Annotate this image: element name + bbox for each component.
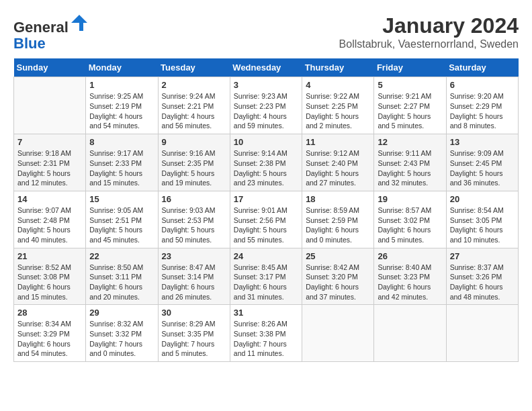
calendar-header-tuesday: Tuesday	[158, 58, 230, 77]
day-number: 25	[306, 251, 370, 261]
day-info: Sunrise: 8:52 AMSunset: 3:08 PMDaylight:…	[17, 263, 82, 302]
calendar-cell	[14, 77, 86, 134]
day-number: 28	[17, 308, 82, 318]
calendar-header-row: SundayMondayTuesdayWednesdayThursdayFrid…	[14, 58, 519, 77]
page-header: General Blue January 2024 Bollstabruk, V…	[13, 13, 519, 52]
calendar-cell: 21Sunrise: 8:52 AMSunset: 3:08 PMDayligh…	[14, 248, 86, 305]
day-number: 6	[450, 80, 515, 90]
calendar-cell: 13Sunrise: 9:09 AMSunset: 2:45 PMDayligh…	[446, 134, 518, 191]
day-info: Sunrise: 9:25 AMSunset: 2:19 PMDaylight:…	[89, 91, 154, 131]
calendar-cell: 26Sunrise: 8:40 AMSunset: 3:23 PMDayligh…	[374, 248, 446, 305]
calendar-cell: 10Sunrise: 9:14 AMSunset: 2:38 PMDayligh…	[230, 134, 302, 191]
day-info: Sunrise: 9:21 AMSunset: 2:27 PMDaylight:…	[378, 91, 442, 131]
calendar-cell: 14Sunrise: 9:07 AMSunset: 2:48 PMDayligh…	[14, 191, 86, 248]
calendar-cell: 28Sunrise: 8:34 AMSunset: 3:29 PMDayligh…	[14, 305, 86, 362]
day-info: Sunrise: 9:22 AMSunset: 2:25 PMDaylight:…	[306, 91, 370, 131]
calendar-cell: 18Sunrise: 8:59 AMSunset: 2:59 PMDayligh…	[302, 191, 374, 248]
calendar-cell: 7Sunrise: 9:18 AMSunset: 2:31 PMDaylight…	[14, 134, 86, 191]
day-number: 3	[234, 80, 298, 90]
day-number: 26	[378, 251, 442, 261]
calendar-cell: 17Sunrise: 9:01 AMSunset: 2:56 PMDayligh…	[230, 191, 302, 248]
day-info: Sunrise: 9:23 AMSunset: 2:23 PMDaylight:…	[234, 91, 298, 131]
day-number: 15	[89, 194, 154, 204]
calendar-cell: 20Sunrise: 8:54 AMSunset: 3:05 PMDayligh…	[446, 191, 518, 248]
day-info: Sunrise: 9:17 AMSunset: 2:33 PMDaylight:…	[89, 148, 154, 188]
calendar-table: SundayMondayTuesdayWednesdayThursdayFrid…	[13, 58, 519, 362]
day-info: Sunrise: 9:01 AMSunset: 2:56 PMDaylight:…	[234, 205, 298, 245]
day-info: Sunrise: 9:16 AMSunset: 2:35 PMDaylight:…	[162, 148, 226, 188]
day-number: 13	[450, 137, 515, 147]
calendar-cell: 4Sunrise: 9:22 AMSunset: 2:25 PMDaylight…	[302, 77, 374, 134]
title-section: January 2024 Bollstabruk, Vaesternorrlan…	[339, 13, 519, 50]
calendar-cell: 29Sunrise: 8:32 AMSunset: 3:32 PMDayligh…	[86, 305, 158, 362]
day-info: Sunrise: 9:24 AMSunset: 2:21 PMDaylight:…	[162, 91, 226, 131]
day-info: Sunrise: 9:14 AMSunset: 2:38 PMDaylight:…	[234, 148, 298, 188]
calendar-header-wednesday: Wednesday	[230, 58, 302, 77]
day-number: 8	[89, 137, 154, 147]
calendar-cell: 22Sunrise: 8:50 AMSunset: 3:11 PMDayligh…	[86, 248, 158, 305]
day-info: Sunrise: 8:54 AMSunset: 3:05 PMDaylight:…	[450, 205, 515, 245]
calendar-week-row: 14Sunrise: 9:07 AMSunset: 2:48 PMDayligh…	[14, 191, 519, 248]
calendar-cell: 1Sunrise: 9:25 AMSunset: 2:19 PMDaylight…	[86, 77, 158, 134]
day-info: Sunrise: 8:40 AMSunset: 3:23 PMDaylight:…	[378, 263, 442, 302]
main-title: January 2024	[339, 13, 519, 38]
calendar-header-saturday: Saturday	[446, 58, 518, 77]
day-number: 20	[450, 194, 515, 204]
calendar-cell	[374, 305, 446, 362]
day-number: 2	[162, 80, 226, 90]
day-number: 7	[17, 137, 82, 147]
subtitle: Bollstabruk, Vaesternorrland, Sweden	[339, 38, 519, 50]
day-info: Sunrise: 8:37 AMSunset: 3:26 PMDaylight:…	[450, 263, 515, 302]
day-number: 30	[162, 308, 226, 318]
day-info: Sunrise: 8:57 AMSunset: 3:02 PMDaylight:…	[378, 205, 442, 245]
calendar-header-monday: Monday	[86, 58, 158, 77]
day-number: 19	[378, 194, 442, 204]
calendar-header-sunday: Sunday	[14, 58, 86, 77]
day-info: Sunrise: 8:50 AMSunset: 3:11 PMDaylight:…	[89, 263, 154, 302]
day-number: 10	[234, 137, 298, 147]
calendar-cell	[302, 305, 374, 362]
logo-blue: Blue	[13, 35, 46, 52]
calendar-cell: 15Sunrise: 9:05 AMSunset: 2:51 PMDayligh…	[86, 191, 158, 248]
day-info: Sunrise: 8:29 AMSunset: 3:35 PMDaylight:…	[162, 319, 226, 359]
day-info: Sunrise: 8:59 AMSunset: 2:59 PMDaylight:…	[306, 205, 370, 245]
day-number: 27	[450, 251, 515, 261]
calendar-cell: 6Sunrise: 9:20 AMSunset: 2:29 PMDaylight…	[446, 77, 518, 134]
calendar-cell: 30Sunrise: 8:29 AMSunset: 3:35 PMDayligh…	[158, 305, 230, 362]
calendar-week-row: 1Sunrise: 9:25 AMSunset: 2:19 PMDaylight…	[14, 77, 519, 134]
day-info: Sunrise: 9:03 AMSunset: 2:53 PMDaylight:…	[162, 205, 226, 245]
day-info: Sunrise: 9:09 AMSunset: 2:45 PMDaylight:…	[450, 148, 515, 188]
day-number: 1	[89, 80, 154, 90]
calendar-week-row: 28Sunrise: 8:34 AMSunset: 3:29 PMDayligh…	[14, 305, 519, 362]
day-info: Sunrise: 9:18 AMSunset: 2:31 PMDaylight:…	[17, 148, 82, 188]
calendar-cell: 5Sunrise: 9:21 AMSunset: 2:27 PMDaylight…	[374, 77, 446, 134]
calendar-cell: 19Sunrise: 8:57 AMSunset: 3:02 PMDayligh…	[374, 191, 446, 248]
calendar-cell: 31Sunrise: 8:26 AMSunset: 3:38 PMDayligh…	[230, 305, 302, 362]
calendar-cell: 23Sunrise: 8:47 AMSunset: 3:14 PMDayligh…	[158, 248, 230, 305]
calendar-cell: 27Sunrise: 8:37 AMSunset: 3:26 PMDayligh…	[446, 248, 518, 305]
day-info: Sunrise: 8:34 AMSunset: 3:29 PMDaylight:…	[17, 319, 82, 359]
day-number: 29	[89, 308, 154, 318]
day-number: 31	[234, 308, 298, 318]
logo-general: General	[13, 19, 69, 36]
day-number: 14	[17, 194, 82, 204]
day-info: Sunrise: 8:45 AMSunset: 3:17 PMDaylight:…	[234, 263, 298, 302]
calendar-cell: 8Sunrise: 9:17 AMSunset: 2:33 PMDaylight…	[86, 134, 158, 191]
calendar-header-thursday: Thursday	[302, 58, 374, 77]
calendar-cell: 3Sunrise: 9:23 AMSunset: 2:23 PMDaylight…	[230, 77, 302, 134]
day-info: Sunrise: 8:42 AMSunset: 3:20 PMDaylight:…	[306, 263, 370, 302]
day-number: 16	[162, 194, 226, 204]
day-info: Sunrise: 8:47 AMSunset: 3:14 PMDaylight:…	[162, 263, 226, 302]
day-info: Sunrise: 8:32 AMSunset: 3:32 PMDaylight:…	[89, 319, 154, 359]
calendar-cell: 12Sunrise: 9:11 AMSunset: 2:43 PMDayligh…	[374, 134, 446, 191]
day-info: Sunrise: 9:11 AMSunset: 2:43 PMDaylight:…	[378, 148, 442, 188]
calendar-cell: 16Sunrise: 9:03 AMSunset: 2:53 PMDayligh…	[158, 191, 230, 248]
day-number: 18	[306, 194, 370, 204]
svg-marker-0	[71, 15, 87, 31]
day-number: 23	[162, 251, 226, 261]
day-info: Sunrise: 9:12 AMSunset: 2:40 PMDaylight:…	[306, 148, 370, 188]
day-number: 4	[306, 80, 370, 90]
calendar-cell	[446, 305, 518, 362]
day-number: 5	[378, 80, 442, 90]
calendar-cell: 11Sunrise: 9:12 AMSunset: 2:40 PMDayligh…	[302, 134, 374, 191]
